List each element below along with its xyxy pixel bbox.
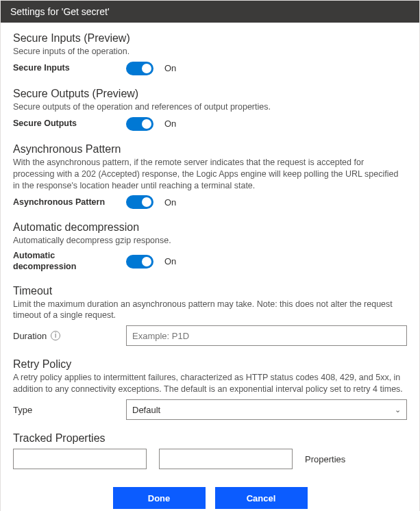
auto-decompression-label: Automatic decompression <box>13 251 119 272</box>
timeout-title: Timeout <box>13 285 407 297</box>
retry-title: Retry Policy <box>13 358 407 371</box>
secure-outputs-desc: Secure outputs of the operation and refe… <box>13 101 407 113</box>
async-pattern-desc: With the asynchronous pattern, if the re… <box>13 157 407 192</box>
retry-type-select[interactable]: Default ⌄ <box>126 399 407 420</box>
timeout-label: Duration i <box>13 331 119 341</box>
duration-input[interactable] <box>126 325 407 346</box>
done-button[interactable]: Done <box>113 487 206 509</box>
async-pattern-toggle[interactable] <box>126 195 153 209</box>
tracked-key-input[interactable] <box>13 449 147 469</box>
tracked-properties-label: Properties <box>305 454 345 464</box>
retry-type-label: Type <box>13 405 119 415</box>
auto-decompression-toggle[interactable] <box>126 255 153 269</box>
retry-type-value: Default <box>132 405 160 415</box>
secure-inputs-state: On <box>164 63 176 73</box>
tracked-title: Tracked Properties <box>13 432 407 445</box>
secure-outputs-title: Secure Outputs (Preview) <box>13 88 407 100</box>
secure-outputs-toggle[interactable] <box>126 117 153 131</box>
secure-outputs-state: On <box>164 119 176 129</box>
secure-inputs-title: Secure Inputs (Preview) <box>13 32 407 45</box>
cancel-button[interactable]: Cancel <box>215 487 308 509</box>
retry-desc: A retry policy applies to intermittent f… <box>13 372 407 395</box>
auto-decompression-state: On <box>164 256 176 266</box>
panel-title: Settings for 'Get secret' <box>10 6 110 17</box>
timeout-desc: Limit the maximum duration an asynchrono… <box>13 299 407 322</box>
async-pattern-state: On <box>164 197 176 208</box>
async-pattern-title: Asynchronous Pattern <box>13 143 407 155</box>
section-secure-outputs: Secure Outputs (Preview) Secure outputs … <box>13 88 407 131</box>
footer-buttons: Done Cancel <box>13 487 407 509</box>
section-retry-policy: Retry Policy A retry policy applies to i… <box>13 358 407 420</box>
settings-panel: Settings for 'Get secret' Secure Inputs … <box>0 0 420 511</box>
secure-inputs-desc: Secure inputs of the operation. <box>13 46 407 58</box>
info-icon[interactable]: i <box>51 331 60 340</box>
auto-decompression-desc: Automatically decompress gzip response. <box>13 235 407 247</box>
secure-inputs-toggle[interactable] <box>126 62 153 75</box>
secure-outputs-label: Secure Outputs <box>13 119 119 129</box>
section-timeout: Timeout Limit the maximum duration an as… <box>13 285 407 347</box>
section-auto-decompression: Automatic decompression Automatically de… <box>13 221 407 272</box>
panel-content: Secure Inputs (Preview) Secure inputs of… <box>1 23 419 511</box>
section-secure-inputs: Secure Inputs (Preview) Secure inputs of… <box>13 32 407 75</box>
panel-header: Settings for 'Get secret' <box>1 1 419 23</box>
section-tracked-properties: Tracked Properties Properties <box>13 432 407 469</box>
timeout-label-text: Duration <box>13 331 47 341</box>
chevron-down-icon: ⌄ <box>395 406 401 414</box>
secure-inputs-label: Secure Inputs <box>13 63 119 74</box>
async-pattern-label: Asynchronous Pattern <box>13 197 119 208</box>
tracked-value-input[interactable] <box>159 449 293 469</box>
section-async-pattern: Asynchronous Pattern With the asynchrono… <box>13 143 407 210</box>
auto-decompression-title: Automatic decompression <box>13 221 407 234</box>
